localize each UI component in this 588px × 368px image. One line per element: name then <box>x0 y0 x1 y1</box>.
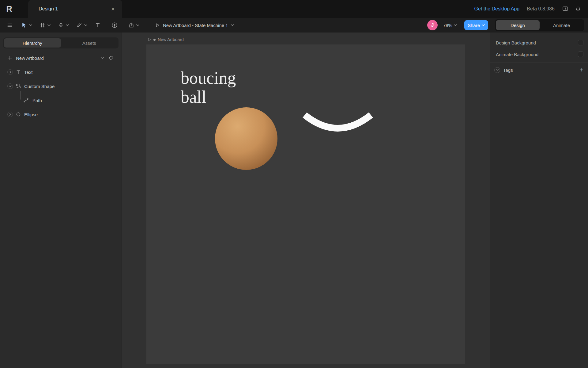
tree-label: Custom Shape <box>24 84 55 89</box>
tree-label-artboard: New Artboard <box>16 56 44 61</box>
artboard-header[interactable]: New Artboard <box>148 37 184 42</box>
tree-connector-line <box>20 91 23 100</box>
design-background-swatch[interactable] <box>578 40 583 45</box>
animate-background-row: Animate Background <box>490 48 588 60</box>
artboard-title[interactable]: New Artboard <box>158 37 184 42</box>
path-icon <box>23 98 29 103</box>
get-desktop-app-link[interactable]: Get the Desktop App <box>474 6 520 12</box>
design-background-label: Design Background <box>496 40 536 45</box>
tree-row-text[interactable]: Text <box>0 65 122 79</box>
notifications-bell-icon[interactable] <box>575 6 581 12</box>
pen-nib-icon <box>58 22 64 28</box>
tree-row-ellipse[interactable]: Ellipse <box>0 107 122 121</box>
tree-label: Ellipse <box>24 112 38 117</box>
state-dot-icon <box>153 39 156 41</box>
lightning-tool[interactable] <box>111 22 118 29</box>
collapse-chevron-icon[interactable] <box>7 83 13 89</box>
chevron-down-icon <box>66 24 69 26</box>
zoom-control[interactable]: 78% <box>443 23 457 28</box>
file-tab-title: Design 1 <box>39 6 111 12</box>
tree-row-artboard[interactable]: New Artboard <box>0 51 122 65</box>
toolbar: New Artboard - State Machine 1 J 78% Sha… <box>0 18 588 33</box>
export-tool[interactable] <box>128 22 139 28</box>
select-tool[interactable] <box>21 22 32 29</box>
zoom-level: 78% <box>443 23 452 28</box>
text-icon <box>16 69 21 75</box>
tags-section: Tags + <box>490 63 588 77</box>
state-machine-label[interactable]: New Artboard - State Machine 1 <box>163 23 228 28</box>
chevron-down-icon <box>47 24 51 26</box>
tag-icon[interactable] <box>108 55 114 61</box>
hierarchy-tree: New Artboard Text <box>0 51 122 121</box>
user-avatar[interactable]: J <box>427 20 438 30</box>
artboard-play-icon <box>148 38 151 41</box>
expand-chevron-icon[interactable] <box>7 69 13 75</box>
add-tag-button[interactable]: + <box>580 67 583 73</box>
tree-row-custom-shape[interactable]: Custom Shape <box>0 79 122 93</box>
tab-assets[interactable]: Assets <box>61 38 118 48</box>
chevron-down-icon <box>482 24 485 26</box>
expand-chevron-icon[interactable] <box>7 112 13 117</box>
feedback-icon[interactable] <box>562 6 569 12</box>
tab-animate[interactable]: Animate <box>540 20 583 30</box>
tree-row-path[interactable]: Path <box>0 93 122 107</box>
chevron-down-icon <box>454 24 457 26</box>
chevron-down-icon <box>84 24 87 26</box>
cursor-icon <box>21 22 27 29</box>
ellipse-shape[interactable] <box>215 107 277 170</box>
lightning-circle-icon <box>111 22 118 29</box>
share-button-label: Share <box>468 23 480 28</box>
pen-tool[interactable] <box>58 22 69 28</box>
tags-label: Tags <box>503 67 513 73</box>
hierarchy-sidebar: Hierarchy Assets New Artboard <box>0 33 122 368</box>
canvas[interactable]: New Artboard boucing ball <box>122 33 490 368</box>
tree-label: Path <box>32 98 42 103</box>
custom-shape-icon <box>16 83 21 89</box>
beta-version-label: Beta 0.8.986 <box>527 6 555 12</box>
tags-collapse-icon[interactable] <box>494 67 500 73</box>
share-button[interactable]: Share <box>464 20 488 30</box>
chevron-down-icon <box>136 24 139 26</box>
rive-logo[interactable]: R <box>0 4 18 14</box>
tab-design[interactable]: Design <box>496 20 540 30</box>
file-tab[interactable]: Design 1 ✕ <box>28 0 122 18</box>
text-line-1: boucing <box>181 68 236 87</box>
tree-label: Text <box>24 70 33 75</box>
artboard-icon <box>7 55 13 61</box>
mode-toggle: Design Animate <box>495 19 584 31</box>
close-tab-icon[interactable]: ✕ <box>111 7 115 11</box>
chevron-down-icon <box>231 24 234 26</box>
artboard-tool[interactable] <box>40 22 51 28</box>
playback-control[interactable]: New Artboard - State Machine 1 <box>155 22 234 28</box>
shapes-tool[interactable] <box>76 22 87 28</box>
sidebar-tabs: Hierarchy Assets <box>3 37 119 48</box>
text-t-icon <box>95 22 101 28</box>
design-background-row: Design Background <box>490 37 588 48</box>
frame-icon <box>40 22 46 28</box>
text-line-2: ball <box>181 87 236 106</box>
artboard[interactable]: boucing ball <box>146 44 465 364</box>
ellipse-icon <box>16 112 21 117</box>
artboard-options-chevron[interactable] <box>101 57 104 59</box>
pencil-tool-icon <box>76 22 82 28</box>
play-icon <box>155 22 160 28</box>
export-icon <box>128 22 134 28</box>
chevron-down-icon <box>29 24 32 26</box>
top-tab-bar: R Design 1 ✕ Get the Desktop App Beta 0.… <box>0 0 588 18</box>
tab-hierarchy[interactable]: Hierarchy <box>4 38 61 48</box>
text-tool[interactable] <box>95 22 101 28</box>
animate-background-label: Animate Background <box>496 52 538 57</box>
text-shape[interactable]: boucing ball <box>181 68 236 106</box>
animate-background-swatch[interactable] <box>578 52 583 57</box>
menu-hamburger-icon[interactable] <box>7 22 13 28</box>
path-shape[interactable] <box>301 109 375 143</box>
inspector-panel: Design Background Animate Background Tag… <box>490 33 588 368</box>
